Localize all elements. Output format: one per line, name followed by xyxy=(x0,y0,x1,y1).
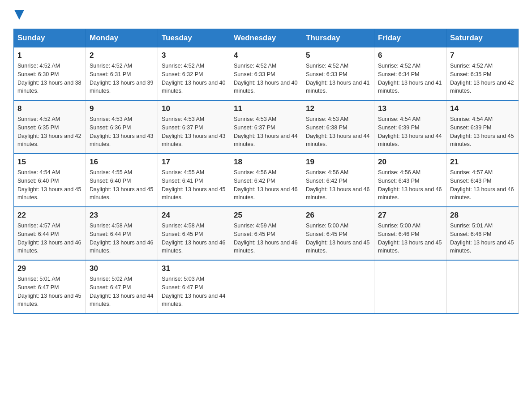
calendar-cell: 9 Sunrise: 4:53 AM Sunset: 6:36 PM Dayli… xyxy=(86,100,158,154)
day-info: Sunrise: 4:59 AM Sunset: 6:45 PM Dayligh… xyxy=(234,222,298,255)
day-number: 13 xyxy=(378,104,442,113)
calendar-cell: 1 Sunrise: 4:52 AM Sunset: 6:30 PM Dayli… xyxy=(14,47,86,101)
day-number: 2 xyxy=(90,51,154,60)
calendar-cell: 8 Sunrise: 4:52 AM Sunset: 6:35 PM Dayli… xyxy=(14,100,86,154)
day-number: 10 xyxy=(162,104,226,113)
day-number: 4 xyxy=(234,51,298,60)
day-info: Sunrise: 4:58 AM Sunset: 6:45 PM Dayligh… xyxy=(162,222,226,255)
calendar-week-row: 29 Sunrise: 5:01 AM Sunset: 6:47 PM Dayl… xyxy=(14,260,519,313)
day-info: Sunrise: 4:55 AM Sunset: 6:40 PM Dayligh… xyxy=(90,168,154,202)
day-number: 1 xyxy=(17,51,82,60)
day-info: Sunrise: 4:54 AM Sunset: 6:39 PM Dayligh… xyxy=(450,115,515,149)
day-number: 23 xyxy=(90,211,154,220)
calendar-cell: 17 Sunrise: 4:55 AM Sunset: 6:41 PM Dayl… xyxy=(158,154,230,207)
calendar-cell: 19 Sunrise: 4:56 AM Sunset: 6:42 PM Dayl… xyxy=(302,154,374,207)
day-info: Sunrise: 4:56 AM Sunset: 6:43 PM Dayligh… xyxy=(378,168,442,202)
day-number: 3 xyxy=(162,51,226,60)
calendar-cell: 25 Sunrise: 4:59 AM Sunset: 6:45 PM Dayl… xyxy=(230,207,302,260)
calendar-cell: 12 Sunrise: 4:53 AM Sunset: 6:38 PM Dayl… xyxy=(302,100,374,154)
calendar-cell: 13 Sunrise: 4:54 AM Sunset: 6:39 PM Dayl… xyxy=(374,100,446,154)
calendar-cell xyxy=(374,260,446,313)
calendar-cell: 5 Sunrise: 4:52 AM Sunset: 6:33 PM Dayli… xyxy=(302,47,374,101)
day-info: Sunrise: 4:53 AM Sunset: 6:37 PM Dayligh… xyxy=(234,115,298,149)
calendar-week-row: 1 Sunrise: 4:52 AM Sunset: 6:30 PM Dayli… xyxy=(14,47,519,101)
calendar-cell: 7 Sunrise: 4:52 AM Sunset: 6:35 PM Dayli… xyxy=(446,47,519,101)
day-number: 20 xyxy=(378,158,442,167)
day-number: 11 xyxy=(234,104,298,113)
day-number: 16 xyxy=(90,158,154,167)
day-info: Sunrise: 4:52 AM Sunset: 6:33 PM Dayligh… xyxy=(234,62,298,95)
svg-marker-0 xyxy=(14,10,24,20)
calendar-cell: 22 Sunrise: 4:57 AM Sunset: 6:44 PM Dayl… xyxy=(14,207,86,260)
day-number: 26 xyxy=(306,211,370,220)
day-number: 24 xyxy=(162,211,226,220)
day-number: 8 xyxy=(17,104,82,113)
calendar-week-row: 15 Sunrise: 4:54 AM Sunset: 6:40 PM Dayl… xyxy=(14,154,519,207)
header-wednesday: Wednesday xyxy=(230,29,302,47)
day-number: 25 xyxy=(234,211,298,220)
day-number: 31 xyxy=(162,264,226,273)
day-info: Sunrise: 4:52 AM Sunset: 6:31 PM Dayligh… xyxy=(90,62,154,95)
day-info: Sunrise: 4:55 AM Sunset: 6:41 PM Dayligh… xyxy=(162,168,226,202)
day-number: 9 xyxy=(90,104,154,113)
day-number: 22 xyxy=(17,211,82,220)
calendar-cell: 2 Sunrise: 4:52 AM Sunset: 6:31 PM Dayli… xyxy=(86,47,158,101)
day-info: Sunrise: 5:01 AM Sunset: 6:47 PM Dayligh… xyxy=(17,275,82,308)
day-number: 28 xyxy=(450,211,515,220)
day-number: 12 xyxy=(306,104,370,113)
calendar-cell: 10 Sunrise: 4:53 AM Sunset: 6:37 PM Dayl… xyxy=(158,100,230,154)
header-sunday: Sunday xyxy=(14,29,86,47)
day-info: Sunrise: 4:57 AM Sunset: 6:43 PM Dayligh… xyxy=(450,168,515,202)
calendar-cell: 14 Sunrise: 4:54 AM Sunset: 6:39 PM Dayl… xyxy=(446,100,519,154)
calendar-week-row: 8 Sunrise: 4:52 AM Sunset: 6:35 PM Dayli… xyxy=(14,100,519,154)
day-info: Sunrise: 4:52 AM Sunset: 6:32 PM Dayligh… xyxy=(162,62,226,95)
calendar-header-row: SundayMondayTuesdayWednesdayThursdayFrid… xyxy=(14,29,519,47)
day-info: Sunrise: 5:03 AM Sunset: 6:47 PM Dayligh… xyxy=(162,275,226,308)
header-tuesday: Tuesday xyxy=(158,29,230,47)
header-thursday: Thursday xyxy=(302,29,374,47)
day-info: Sunrise: 4:57 AM Sunset: 6:44 PM Dayligh… xyxy=(17,222,82,255)
calendar-cell xyxy=(302,260,374,313)
calendar-cell xyxy=(446,260,519,313)
calendar-cell: 3 Sunrise: 4:52 AM Sunset: 6:32 PM Dayli… xyxy=(158,47,230,101)
logo xyxy=(13,9,24,20)
day-info: Sunrise: 4:58 AM Sunset: 6:44 PM Dayligh… xyxy=(90,222,154,255)
day-number: 30 xyxy=(90,264,154,273)
day-number: 6 xyxy=(378,51,442,60)
calendar-cell: 18 Sunrise: 4:56 AM Sunset: 6:42 PM Dayl… xyxy=(230,154,302,207)
day-info: Sunrise: 4:56 AM Sunset: 6:42 PM Dayligh… xyxy=(306,168,370,202)
day-number: 7 xyxy=(450,51,515,60)
calendar-cell: 6 Sunrise: 4:52 AM Sunset: 6:34 PM Dayli… xyxy=(374,47,446,101)
day-info: Sunrise: 5:00 AM Sunset: 6:45 PM Dayligh… xyxy=(306,222,370,255)
day-number: 27 xyxy=(378,211,442,220)
day-number: 19 xyxy=(306,158,370,167)
calendar-cell: 29 Sunrise: 5:01 AM Sunset: 6:47 PM Dayl… xyxy=(14,260,86,313)
day-info: Sunrise: 4:54 AM Sunset: 6:40 PM Dayligh… xyxy=(17,168,82,202)
day-info: Sunrise: 5:02 AM Sunset: 6:47 PM Dayligh… xyxy=(90,275,154,308)
day-number: 17 xyxy=(162,158,226,167)
calendar-table: SundayMondayTuesdayWednesdayThursdayFrid… xyxy=(13,29,519,314)
day-info: Sunrise: 4:52 AM Sunset: 6:35 PM Dayligh… xyxy=(17,115,82,149)
page-header xyxy=(13,9,519,20)
calendar-cell: 21 Sunrise: 4:57 AM Sunset: 6:43 PM Dayl… xyxy=(446,154,519,207)
calendar-cell: 28 Sunrise: 5:01 AM Sunset: 6:46 PM Dayl… xyxy=(446,207,519,260)
calendar-week-row: 22 Sunrise: 4:57 AM Sunset: 6:44 PM Dayl… xyxy=(14,207,519,260)
calendar-cell: 4 Sunrise: 4:52 AM Sunset: 6:33 PM Dayli… xyxy=(230,47,302,101)
day-number: 5 xyxy=(306,51,370,60)
day-info: Sunrise: 5:00 AM Sunset: 6:46 PM Dayligh… xyxy=(378,222,442,255)
day-info: Sunrise: 4:53 AM Sunset: 6:37 PM Dayligh… xyxy=(162,115,226,149)
day-info: Sunrise: 4:52 AM Sunset: 6:34 PM Dayligh… xyxy=(378,62,442,95)
header-saturday: Saturday xyxy=(446,29,519,47)
day-number: 14 xyxy=(450,104,515,113)
day-info: Sunrise: 4:52 AM Sunset: 6:35 PM Dayligh… xyxy=(450,62,515,95)
day-info: Sunrise: 5:01 AM Sunset: 6:46 PM Dayligh… xyxy=(450,222,515,255)
calendar-cell: 24 Sunrise: 4:58 AM Sunset: 6:45 PM Dayl… xyxy=(158,207,230,260)
day-number: 15 xyxy=(17,158,82,167)
day-info: Sunrise: 4:54 AM Sunset: 6:39 PM Dayligh… xyxy=(378,115,442,149)
header-monday: Monday xyxy=(86,29,158,47)
day-info: Sunrise: 4:53 AM Sunset: 6:36 PM Dayligh… xyxy=(90,115,154,149)
logo-arrow-icon xyxy=(14,10,24,20)
day-number: 18 xyxy=(234,158,298,167)
calendar-cell: 15 Sunrise: 4:54 AM Sunset: 6:40 PM Dayl… xyxy=(14,154,86,207)
calendar-cell: 27 Sunrise: 5:00 AM Sunset: 6:46 PM Dayl… xyxy=(374,207,446,260)
